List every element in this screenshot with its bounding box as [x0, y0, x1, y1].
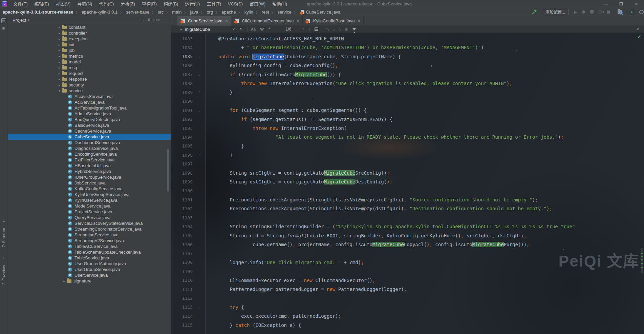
tab-close-icon[interactable]: ✕ — [358, 19, 360, 23]
tree-row[interactable]: CStreamingService.java — [8, 232, 171, 238]
tree-row[interactable]: CCacheService.java — [8, 128, 171, 134]
menu-item[interactable]: 重构(R) — [138, 0, 160, 8]
fold-marker-icon[interactable]: ⌄ — [193, 305, 207, 309]
tree-row[interactable]: CUserGroupService.java — [8, 267, 171, 272]
tree-row[interactable]: CHBaseInfoUtil.java — [8, 163, 171, 169]
breadcrumb-item[interactable]: server-base — [126, 9, 149, 15]
favorites-stripe-button[interactable]: ☆ 2: Favorites — [0, 254, 7, 284]
whole-words-toggle[interactable]: W — [260, 27, 264, 31]
project-stripe-icon[interactable]: ▤ — [1, 18, 6, 23]
tab-close-icon[interactable]: ✕ — [225, 19, 228, 23]
gear-icon[interactable]: ⚙ — [154, 18, 162, 22]
search-history-icon[interactable]: ↻ — [239, 27, 242, 32]
close-button[interactable]: ✕ — [629, 0, 644, 8]
fold-marker-icon[interactable]: ⌄ — [193, 117, 207, 121]
chevron-right-icon[interactable]: ▸ — [57, 72, 62, 75]
breadcrumb-item[interactable]: org — [207, 9, 213, 15]
stripe-secondary-icon[interactable]: ▣ — [1, 26, 6, 31]
tree-row[interactable]: CBadQueryDetector.java — [8, 117, 171, 122]
maximize-button[interactable]: ❐ — [614, 0, 629, 8]
next-occurrence-icon[interactable]: ↓ — [308, 27, 310, 32]
breadcrumb-item[interactable]: rest — [262, 9, 269, 15]
tree-row[interactable]: CKafkaConfigService.java — [8, 186, 171, 192]
project-tree-scrollbar[interactable] — [167, 149, 169, 192]
code-editor[interactable]: 1083 @PreAuthorize(Constant.ACCESS_HAS_R… — [171, 33, 644, 334]
editor-tab[interactable]: KylinConfigBase.java✕ — [303, 16, 364, 25]
tree-row[interactable]: CStreamingCoordinatorService.java — [8, 226, 171, 232]
chevron-right-icon[interactable]: ▸ — [57, 66, 62, 70]
match-case-toggle[interactable]: Aa — [251, 27, 256, 31]
run-dashboard-icon[interactable]: ▶ — [628, 8, 636, 16]
tree-row[interactable]: CUserService.java — [8, 272, 171, 278]
add-configuration-button[interactable]: 添加配置... — [542, 9, 569, 15]
locate-file-icon[interactable]: ⊙ — [138, 18, 146, 22]
tree-row[interactable]: ▸init — [8, 42, 171, 47]
hide-panel-icon[interactable]: — — [162, 18, 169, 22]
tree-row[interactable]: CJobService.java — [8, 180, 171, 186]
tree-row[interactable]: ▸response — [8, 76, 171, 82]
minimize-button[interactable]: — — [598, 0, 614, 8]
chevron-right-icon[interactable]: ▸ — [57, 43, 62, 46]
search-everywhere-icon[interactable] — [636, 8, 644, 16]
tree-row[interactable]: CServiceDiscoveryStateService.java — [8, 220, 171, 226]
menu-item[interactable]: 构建(B) — [160, 0, 181, 8]
run-icon[interactable]: ▶ — [572, 8, 580, 16]
chevron-right-icon[interactable]: ▸ — [57, 26, 62, 29]
fold-marker-icon[interactable]: ⌄ — [193, 55, 207, 58]
menu-item[interactable]: 窗口(W) — [246, 0, 269, 8]
regex-toggle[interactable]: * — [268, 26, 270, 32]
fold-marker-icon[interactable]: ⌃ — [193, 323, 207, 327]
chevron-right-icon[interactable]: ▸ — [57, 32, 62, 35]
tree-row[interactable]: CTableSchemaUpdateChecker.java — [8, 249, 171, 255]
editor-tab[interactable]: CliCommandExecutor.java✕ — [231, 16, 303, 25]
tree-row[interactable]: CProjectService.java — [8, 209, 171, 215]
chevron-right-icon[interactable]: ▸ — [62, 279, 66, 283]
tree-row[interactable]: CTableACLService.java — [8, 243, 171, 249]
project-panel-title[interactable]: Project — [13, 18, 26, 23]
editor-scrollbar[interactable] — [641, 248, 643, 273]
menu-item[interactable]: 代码(C) — [95, 0, 117, 8]
breadcrumb-item[interactable]: service — [278, 9, 292, 15]
filter-icon[interactable] — [352, 28, 356, 31]
tree-row[interactable]: ▸job — [8, 47, 171, 53]
tree-row[interactable]: ▸model — [8, 59, 171, 65]
breadcrumb-item[interactable]: apache-kylin-3.0.1-source-release — [3, 9, 73, 15]
fold-marker-icon[interactable]: ⌃ — [193, 91, 207, 94]
tree-row[interactable]: CHybridService.java — [8, 169, 171, 174]
breadcrumb-item[interactable]: src — [158, 9, 164, 15]
menu-item[interactable]: VCS(S) — [224, 0, 246, 8]
fold-marker-icon[interactable]: ⌄ — [193, 73, 207, 76]
breadcrumb-item[interactable]: apache — [221, 9, 236, 15]
search-input[interactable]: migrateCube — [185, 27, 232, 32]
tree-row[interactable]: CAccessService.java — [8, 94, 171, 99]
tab-close-icon[interactable]: ✕ — [296, 19, 299, 23]
tree-row[interactable]: CAclTableMigrationTool.java — [8, 105, 171, 111]
menu-item[interactable]: 工具(T) — [203, 0, 224, 8]
chevron-right-icon[interactable]: ▸ — [57, 37, 62, 41]
editor-tab[interactable]: CubeService.java✕ — [177, 16, 231, 25]
build-hammer-icon[interactable] — [531, 8, 539, 16]
add-occurrence-icon[interactable]: ⁺ₓ — [326, 27, 329, 31]
chevron-right-icon[interactable]: ▸ — [57, 83, 62, 87]
tree-row[interactable]: ▸metrics — [8, 53, 171, 59]
menu-item[interactable]: 帮助(H) — [269, 0, 291, 8]
tree-row[interactable]: CQueryService.java — [8, 215, 171, 220]
tree-row[interactable]: ▸security — [8, 82, 171, 88]
tree-row[interactable]: ▸request — [8, 71, 171, 76]
breadcrumb-item[interactable]: main — [172, 9, 181, 15]
tree-row[interactable]: CExtFilterService.java — [8, 157, 171, 163]
tree-row[interactable]: CDashboardService.java — [8, 140, 171, 145]
tree-row[interactable]: CBasicService.java — [8, 122, 171, 128]
search-options-caret-icon[interactable]: ▾ — [181, 28, 182, 31]
close-find-bar-icon[interactable]: ✕ — [637, 27, 639, 31]
breadcrumb-item[interactable]: java — [190, 9, 198, 15]
structure-stripe-button[interactable]: ≡ 7: Structure — [0, 216, 7, 247]
clear-search-icon[interactable]: ✕ — [232, 27, 235, 31]
tree-row[interactable]: CUserGrantedAuthority.java — [8, 261, 171, 267]
tree-row[interactable]: CIUserGroupService.java — [8, 174, 171, 180]
chevron-down-icon[interactable]: ▾ — [57, 89, 62, 93]
menu-item[interactable]: 文件(F) — [10, 0, 31, 8]
find-in-selection-icon[interactable] — [315, 27, 318, 31]
tree-row[interactable]: CModelService.java — [8, 203, 171, 209]
menu-item[interactable]: 导航(N) — [74, 0, 95, 8]
